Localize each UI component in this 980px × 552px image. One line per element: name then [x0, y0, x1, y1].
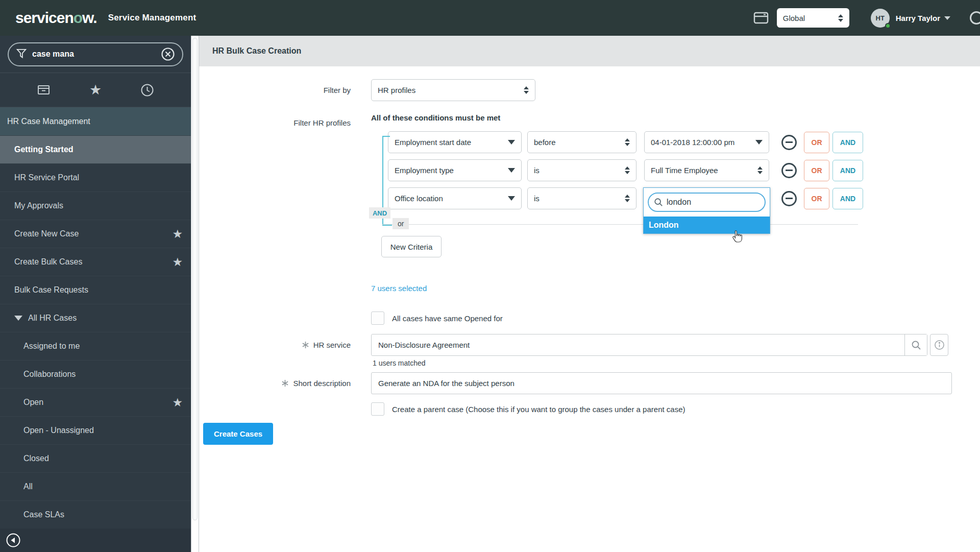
search-icon[interactable] [970, 11, 980, 25]
location-search-box[interactable] [648, 193, 766, 212]
nav-filter-box[interactable] [8, 42, 183, 66]
select-updown-icon [625, 195, 630, 202]
sidebar-item-create-new-case[interactable]: Create New Case ★ [0, 220, 191, 248]
remove-condition-button[interactable] [781, 163, 797, 178]
avatar[interactable]: HT [871, 9, 890, 28]
same-opened-for-label: All cases have same Opened for [392, 314, 503, 323]
short-description-input[interactable] [371, 372, 952, 394]
sidebar-item-open-unassigned[interactable]: Open - Unassigned [0, 416, 191, 444]
parent-case-checkbox[interactable] [371, 402, 384, 416]
condition-field-select[interactable]: Office location [388, 187, 522, 209]
select-updown-icon [625, 166, 630, 174]
parent-case-label: Create a parent case (Choose this if you… [392, 405, 685, 414]
remove-condition-button[interactable] [781, 135, 797, 150]
favorite-star-icon[interactable]: ★ [172, 397, 183, 409]
presence-dot [885, 23, 891, 29]
clear-filter-icon[interactable] [161, 47, 175, 61]
sidebar-item-all-hr-cases[interactable]: All HR Cases [0, 304, 191, 332]
all-applications-icon[interactable] [37, 83, 51, 97]
filter-by-row: Filter by HR profiles [199, 79, 980, 101]
or-button[interactable]: OR [804, 132, 829, 153]
hr-service-group [371, 334, 927, 356]
condition-operator-select[interactable]: is [527, 159, 636, 181]
required-asterisk-icon [281, 379, 289, 387]
filter-conditions-row: Filter HR profiles All of these conditio… [199, 113, 980, 257]
avatar-initials: HT [876, 14, 885, 22]
sidebar-item-collaborations[interactable]: Collaborations [0, 360, 191, 388]
or-button[interactable]: OR [804, 188, 829, 209]
sidebar-item-all[interactable]: All [0, 472, 191, 500]
create-cases-button[interactable]: Create Cases [203, 423, 273, 445]
condition-value-select[interactable]: 04-01-2018 12:00:00 pm [644, 131, 769, 153]
hr-service-label: HR service [313, 341, 351, 349]
sidebar-item-hr-service-portal[interactable]: HR Service Portal [0, 163, 191, 191]
filter-by-select[interactable]: HR profiles [371, 79, 535, 101]
scope-select[interactable]: Global [777, 8, 849, 28]
condition-operator-select[interactable]: is [527, 187, 636, 209]
new-criteria-button[interactable]: New Criteria [381, 236, 442, 257]
sidebar-item-create-bulk-cases[interactable]: Create Bulk Cases ★ [0, 248, 191, 276]
header-controls: Global HT Harry Taylor [753, 8, 975, 28]
short-description-label: Short description [293, 379, 351, 388]
and-connector-label: AND [369, 207, 390, 219]
condition-row-3: Office location is [388, 187, 980, 209]
nav-filter-input[interactable] [32, 50, 156, 59]
search-icon [654, 198, 663, 207]
history-tab-icon[interactable] [140, 83, 154, 97]
favorites-tab-icon[interactable]: ★ [89, 83, 102, 97]
condition-field-select[interactable]: Employment type [388, 159, 522, 181]
main-panel: HR Bulk Case Creation Filter by HR profi… [199, 36, 980, 552]
or-button[interactable]: OR [804, 160, 829, 181]
filter-hr-profiles-label: Filter HR profiles [199, 113, 351, 127]
sidebar-item-my-approvals[interactable]: My Approvals [0, 191, 191, 220]
location-search-input[interactable] [667, 198, 760, 207]
nav-tabs: ★ [0, 73, 191, 107]
scope-value: Global [783, 14, 805, 22]
sidebar-item-bulk-case-requests[interactable]: Bulk Case Requests [0, 276, 191, 304]
app-header: servicenow. Service Management Global HT… [0, 0, 980, 36]
hr-service-input[interactable] [372, 334, 904, 355]
and-button[interactable]: AND [832, 160, 863, 181]
info-icon[interactable] [930, 334, 948, 356]
dropdown-caret-icon [508, 196, 515, 201]
remove-condition-button[interactable] [781, 191, 797, 206]
location-option-london[interactable]: London [644, 217, 770, 233]
users-selected-row: 7 users selected [199, 284, 980, 293]
window-icon[interactable] [753, 12, 769, 24]
sidebar-item-assigned-to-me[interactable]: Assigned to me [0, 332, 191, 360]
select-updown-icon [625, 138, 630, 146]
filter-by-label: Filter by [199, 86, 351, 94]
dropdown-caret-icon [508, 168, 515, 173]
page-title: HR Bulk Case Creation [212, 46, 301, 56]
and-button[interactable]: AND [832, 132, 863, 153]
collapse-sidebar-icon[interactable] [6, 533, 21, 548]
navigator-sidebar: ★ HR Case Management Getting Started HR … [0, 36, 191, 552]
scrollbar-thumb[interactable] [192, 38, 198, 520]
page-titlebar: HR Bulk Case Creation [199, 36, 980, 66]
user-menu[interactable]: Harry Taylor [896, 14, 940, 22]
and-button[interactable]: AND [832, 188, 863, 209]
bulk-case-form: Filter by HR profiles Filter HR profiles… [199, 66, 980, 445]
users-selected-link[interactable]: 7 users selected [371, 284, 427, 293]
mouse-cursor [731, 230, 743, 243]
menu-header[interactable]: HR Case Management [0, 107, 191, 135]
sidebar-scrollbar[interactable] [191, 36, 199, 552]
condition-row-1: Employment start date before 04-01-2018 … [388, 131, 980, 153]
select-updown-icon [838, 14, 843, 22]
condition-value-slot: London [644, 187, 769, 209]
application-menu: HR Case Management Getting Started HR Se… [0, 107, 191, 529]
nav-search-area [0, 36, 191, 73]
expander-down-icon [14, 316, 22, 321]
sidebar-item-closed[interactable]: Closed [0, 444, 191, 472]
same-opened-for-row: All cases have same Opened for [199, 311, 980, 325]
same-opened-for-checkbox[interactable] [371, 311, 384, 325]
condition-value-select[interactable]: Full Time Employee [644, 159, 769, 181]
favorite-star-icon[interactable]: ★ [172, 228, 183, 240]
favorite-star-icon[interactable]: ★ [172, 256, 183, 268]
condition-field-select[interactable]: Employment start date [388, 131, 522, 153]
reference-lookup-icon[interactable] [904, 334, 927, 355]
condition-operator-select[interactable]: before [527, 131, 636, 153]
sidebar-item-case-slas[interactable]: Case SLAs [0, 500, 191, 529]
sidebar-item-getting-started[interactable]: Getting Started [0, 135, 191, 163]
sidebar-item-open[interactable]: Open ★ [0, 388, 191, 416]
